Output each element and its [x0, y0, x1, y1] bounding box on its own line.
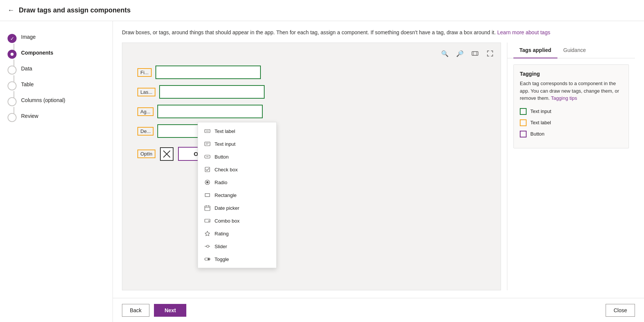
legend-text-label: Text label [520, 119, 623, 126]
step-circle-review [8, 113, 17, 122]
sidebar-item-table[interactable]: Table [8, 78, 105, 93]
field-input-fi [155, 66, 261, 79]
svg-point-14 [206, 181, 209, 183]
canvas-toolbar: 🔍 🔎 [439, 47, 496, 60]
legend-color-text-input [520, 108, 527, 115]
svg-rect-15 [205, 194, 210, 197]
svg-point-25 [208, 258, 210, 260]
menu-item-checkbox[interactable]: Check box [198, 163, 276, 176]
step-label-table: Table [21, 81, 33, 87]
context-menu: Text label Text input Butt [198, 122, 277, 268]
text-label-icon [204, 128, 211, 134]
legend-color-button [520, 131, 527, 137]
back-arrow-icon[interactable]: ← [8, 6, 14, 14]
fit-button[interactable] [469, 47, 481, 60]
bottom-left-buttons: Back Next [122, 304, 186, 317]
menu-item-toggle[interactable]: Toggle [198, 253, 276, 266]
tagging-desc: Each tag corresponds to a component in t… [520, 80, 623, 102]
field-row-firstname: Fi... [137, 66, 486, 79]
button-icon [204, 153, 211, 160]
sidebar-item-data[interactable]: Data [8, 62, 105, 78]
step-circle-data [8, 66, 17, 75]
content-body: Draw boxes, or tags, around things that … [113, 21, 644, 298]
canvas-form: Fi... Las... Ag... De... [122, 43, 501, 168]
combo-box-icon [204, 217, 211, 224]
panel-content: Tagging Each tag corresponds to a compon… [507, 58, 635, 290]
next-button[interactable]: Next [154, 304, 186, 317]
svg-rect-12 [205, 167, 210, 172]
legend-color-text-label [520, 119, 527, 126]
legend-label-button: Button [530, 131, 545, 137]
tab-guidance[interactable]: Guidance [557, 43, 592, 58]
sidebar-item-components[interactable]: Components [8, 46, 105, 62]
fullscreen-button[interactable] [484, 47, 496, 60]
checkbox-icon [204, 166, 211, 173]
content-area: Draw boxes, or tags, around things that … [113, 21, 644, 322]
radio-icon [204, 179, 211, 186]
menu-item-rectangle[interactable]: Rectangle [198, 189, 276, 201]
menu-item-combo-box[interactable]: Combo box [198, 214, 276, 227]
top-header: ← Draw tags and assign components [0, 0, 644, 21]
legend-label-text-input: Text input [530, 108, 551, 114]
sidebar-item-columns[interactable]: Columns (optional) [8, 93, 105, 109]
instructions-text: Draw boxes, or tags, around things that … [122, 29, 497, 35]
menu-item-radio[interactable]: Radio [198, 176, 276, 189]
toggle-icon [204, 256, 211, 262]
legend-text-input: Text input [520, 108, 623, 115]
menu-item-slider[interactable]: Slider [198, 240, 276, 253]
menu-item-date-picker[interactable]: Date picker [198, 201, 276, 214]
svg-rect-20 [205, 219, 210, 222]
page-title: Draw tags and assign components [19, 6, 131, 14]
step-circle-table [8, 81, 17, 90]
slider-icon [204, 243, 211, 250]
step-label-columns: Columns (optional) [21, 96, 65, 103]
panel-tabs: Tags applied Guidance [507, 43, 635, 58]
tab-tags-applied[interactable]: Tags applied [513, 43, 557, 58]
field-input-ag [157, 105, 263, 118]
svg-rect-0 [472, 52, 478, 55]
tagging-title: Tagging [520, 71, 623, 77]
optin-x-icon [160, 147, 174, 161]
menu-item-text-label[interactable]: Text label [198, 125, 276, 137]
svg-rect-7 [205, 142, 210, 146]
field-row-age: Ag... [137, 105, 486, 118]
step-label-components: Components [21, 49, 53, 56]
legend-label-text-label: Text label [530, 120, 551, 125]
canvas-container[interactable]: 🔍 🔎 [122, 43, 501, 290]
rating-icon [204, 230, 211, 237]
field-input-las [159, 85, 265, 99]
back-button[interactable]: Back [122, 304, 149, 317]
text-input-icon [204, 140, 211, 147]
rectangle-icon [204, 192, 211, 198]
date-picker-icon [204, 204, 211, 211]
field-row-desc: De... [137, 124, 486, 138]
field-label-de: De... [137, 127, 154, 136]
sidebar: ✓ Image Components Data Table Columns (o… [0, 21, 113, 322]
optin-row: OptIn OK [137, 147, 486, 161]
right-panel: Tags applied Guidance Tagging Each tag c… [507, 43, 635, 290]
sidebar-item-review[interactable]: Review [8, 109, 105, 125]
tagging-tips-link[interactable]: Tagging tips [551, 95, 577, 101]
menu-item-button[interactable]: Button [198, 150, 276, 163]
step-circle-image: ✓ [8, 34, 17, 43]
sidebar-item-image[interactable]: ✓ Image [8, 30, 105, 46]
step-label-data: Data [21, 65, 32, 72]
svg-rect-16 [205, 206, 210, 211]
legend-button: Button [520, 131, 623, 137]
step-circle-columns [8, 97, 17, 106]
menu-item-text-input[interactable]: Text input [198, 137, 276, 150]
close-button[interactable]: Close [606, 304, 635, 317]
learn-more-link[interactable]: Learn more about tags [497, 29, 550, 35]
zoom-in-button[interactable]: 🔍 [439, 47, 451, 60]
optin-label-tag: OptIn [137, 150, 155, 158]
menu-item-rating[interactable]: Rating [198, 227, 276, 240]
tagging-section: Tagging Each tag corresponds to a compon… [513, 64, 629, 148]
field-label-fi: Fi... [137, 68, 152, 77]
step-label-image: Image [21, 33, 36, 40]
step-circle-components [8, 50, 17, 59]
field-label-ag: Ag... [137, 107, 154, 116]
svg-marker-21 [205, 231, 210, 236]
instructions: Draw boxes, or tags, around things that … [122, 29, 635, 37]
field-row-lastname: Las... [137, 85, 486, 99]
zoom-out-button[interactable]: 🔎 [454, 47, 466, 60]
